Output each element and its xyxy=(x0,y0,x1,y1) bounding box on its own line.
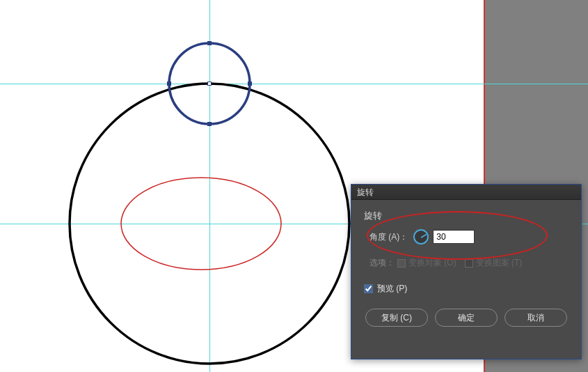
options-row: 选项： 变换对象 (O) 变换图案 (T) xyxy=(370,257,569,269)
dialog-body: 旋转 角度 (A)： 选项： 变换对象 (O) 变换图案 (T) 预览 (P) … xyxy=(351,200,581,336)
transform-patterns-checkbox xyxy=(465,259,473,268)
rotate-dialog: 旋转 旋转 角度 (A)： 选项： 变换对象 (O) 变换图案 (T) 预览 (… xyxy=(351,184,582,359)
anchor-point[interactable] xyxy=(248,82,252,86)
options-label: 选项： xyxy=(370,257,395,269)
angle-label: 角度 (A)： xyxy=(370,231,408,243)
guide-vertical[interactable] xyxy=(209,0,210,372)
anchor-point[interactable] xyxy=(207,122,212,126)
center-point[interactable] xyxy=(207,82,212,86)
ok-button[interactable]: 确定 xyxy=(435,309,498,327)
preview-checkbox[interactable] xyxy=(364,284,373,293)
preview-label: 预览 (P) xyxy=(377,283,407,295)
transform-objects-checkbox xyxy=(397,259,406,268)
rotate-section-label: 旋转 xyxy=(364,210,569,222)
transform-objects-label: 变换对象 (O) xyxy=(408,257,456,269)
copy-button[interactable]: 复制 (C) xyxy=(365,309,428,327)
angle-dial-icon[interactable] xyxy=(413,229,429,245)
cancel-button[interactable]: 取消 xyxy=(504,309,567,327)
angle-input[interactable] xyxy=(433,230,475,244)
guide-horizontal-1[interactable] xyxy=(0,84,588,84)
anchor-point[interactable] xyxy=(207,41,212,45)
transform-patterns-label: 变换图案 (T) xyxy=(476,257,523,269)
dialog-title[interactable]: 旋转 xyxy=(351,185,581,200)
anchor-point[interactable] xyxy=(167,82,171,86)
